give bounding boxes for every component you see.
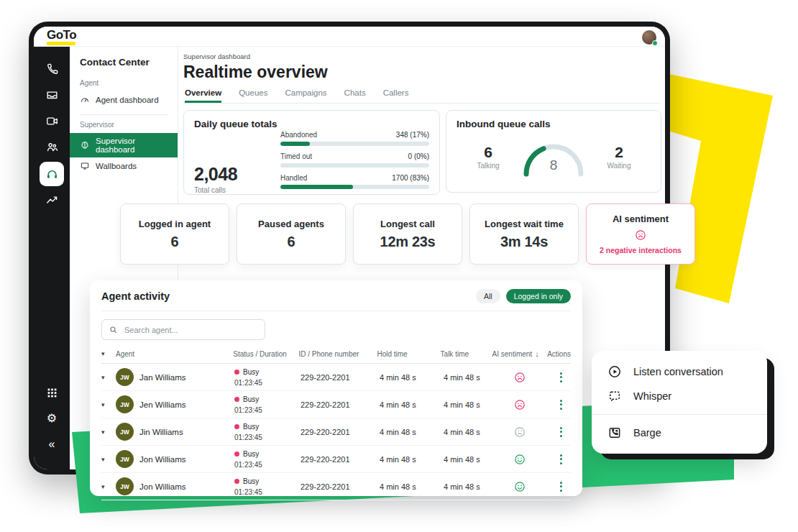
- settings-gear-icon[interactable]: ⚙: [40, 408, 64, 429]
- busy-status-dot: [234, 397, 239, 402]
- tab-overview[interactable]: Overview: [185, 88, 221, 103]
- agent-row-jin-williams-2: ▾JWJin WilliamsBusy01:23:45229-220-22014…: [101, 418, 571, 446]
- apps-grid-icon[interactable]: [40, 382, 64, 403]
- nav-item-agent-dashboard[interactable]: Agent dashboard: [70, 91, 178, 109]
- panel-title: Agent activity: [101, 290, 170, 302]
- agent-row-jon-williams-4: ▾JWJon WilliamsBusy01:23:45229-220-22014…: [101, 473, 571, 500]
- column-header-hold-time[interactable]: Hold time: [377, 350, 440, 358]
- agent-avatar: JW: [116, 450, 134, 468]
- status-duration: 01:23:45: [234, 405, 301, 416]
- stat-value: 6: [171, 234, 179, 250]
- sentiment-cell: [487, 426, 551, 439]
- call-actions-menu: Listen conversation Whisper Barge: [592, 351, 767, 454]
- video-icon[interactable]: [40, 110, 64, 132]
- stat-card-logged-in-agent: Logged in agent6: [120, 203, 229, 265]
- column-label: Agent: [116, 350, 134, 358]
- row-actions-kebab-icon[interactable]: [558, 398, 564, 412]
- search-input[interactable]: [123, 325, 258, 335]
- agent-search[interactable]: [101, 319, 265, 340]
- menu-item-whisper[interactable]: Whisper: [592, 384, 767, 408]
- row-actions-kebab-icon[interactable]: [558, 480, 564, 494]
- trend-icon[interactable]: [40, 189, 64, 211]
- row-actions-kebab-icon[interactable]: [558, 425, 564, 439]
- status-duration-cell: Busy01:23:45: [234, 421, 301, 443]
- talk-time-cell: 4 min 48 s: [444, 373, 487, 382]
- filter-pill-all[interactable]: All: [476, 289, 500, 303]
- breadcrumb: Supervisor dashboard: [183, 52, 661, 60]
- stat-card-longest-call: Longest call12m 23s: [353, 203, 462, 265]
- column-header-ai-sentiment[interactable]: AI sentiment↓: [484, 349, 547, 358]
- phone-icon[interactable]: [40, 58, 64, 80]
- row-actions-kebab-icon[interactable]: [558, 452, 564, 467]
- tab-queues[interactable]: Queues: [239, 88, 267, 103]
- column-header-talk-time[interactable]: Talk time: [441, 350, 484, 358]
- hold-time-cell: 4 min 48 s: [380, 373, 444, 382]
- stat-value: 3m 14s: [500, 234, 548, 250]
- headset-icon[interactable]: [40, 162, 64, 186]
- column-header-id-phone-number[interactable]: ID / Phone number: [298, 350, 377, 358]
- row-expand-caret[interactable]: ▾: [101, 456, 110, 463]
- total-calls-value: 2,048: [194, 164, 278, 185]
- row-expand-caret[interactable]: ▾: [101, 401, 110, 408]
- row-actions-kebab-icon[interactable]: [558, 370, 564, 385]
- hold-time-cell: 4 min 48 s: [380, 455, 444, 464]
- busy-status-dot: [234, 370, 239, 375]
- status-label: Busy: [243, 476, 259, 487]
- hold-time-cell: 4 min 48 s: [380, 482, 444, 491]
- bar-fill: [280, 142, 310, 146]
- queue-gauge: 8: [514, 134, 593, 179]
- busy-status-dot: [234, 451, 239, 457]
- menu-item-listen-conversation[interactable]: Listen conversation: [592, 359, 767, 384]
- agent-name: Jin Williams: [139, 428, 183, 436]
- stat-label: Longest wait time: [485, 219, 564, 229]
- bar-track: [280, 142, 429, 146]
- sort-descending-icon[interactable]: ↓: [535, 349, 539, 358]
- people-icon[interactable]: [40, 136, 64, 157]
- sentiment-negative-icon: [634, 229, 647, 242]
- bar-track: [280, 163, 429, 168]
- filter-pill-logged-in-only[interactable]: Logged in only: [506, 289, 571, 303]
- hold-time-cell: 4 min 48 s: [380, 400, 444, 409]
- filter-pills: AllLogged in only: [476, 289, 571, 303]
- nav-item-wallboards[interactable]: Wallboards: [70, 157, 178, 175]
- collapse-icon[interactable]: «: [40, 434, 64, 455]
- column-header-agent[interactable]: ▾Agent: [101, 350, 233, 358]
- row-expand-caret[interactable]: ▾: [101, 483, 110, 490]
- sentiment-cell: [487, 453, 551, 466]
- queue-bar-timed-out: Timed out0 (0%): [280, 152, 429, 168]
- tab-campaigns[interactable]: Campaigns: [285, 88, 326, 103]
- inbox-icon[interactable]: [40, 84, 64, 106]
- agent-row-jan-williams-0: ▾JWJan WilliamsBusy01:23:45229-220-22014…: [101, 364, 571, 391]
- nav-item-supervisor-dashboard[interactable]: Supervisor dashboard: [70, 133, 178, 157]
- menu-item-barge[interactable]: Barge: [592, 421, 767, 445]
- row-expand-caret[interactable]: ▾: [101, 374, 110, 381]
- hold-time-cell: 4 min 48 s: [380, 428, 444, 436]
- goto-logo-text: GoTo: [47, 29, 76, 41]
- status-duration-cell: Busy01:23:45: [234, 394, 301, 416]
- sentiment-positive-icon: [513, 453, 526, 466]
- agent-name: Jon Williams: [139, 455, 186, 464]
- expand-all-caret[interactable]: ▾: [101, 350, 110, 357]
- agent-avatar: JW: [116, 477, 134, 495]
- gauge-icon: [80, 95, 90, 105]
- column-header-actions[interactable]: Actions: [547, 350, 571, 358]
- row-expand-caret[interactable]: ▾: [101, 428, 110, 436]
- stat-card-longest-wait-time: Longest wait time3m 14s: [469, 203, 579, 265]
- stat-cards-row: Logged in agent6Paused agents6Longest ca…: [120, 203, 695, 265]
- nav-section-supervisor: Supervisor: [70, 121, 178, 129]
- phone-number-cell: 229-220-2201: [301, 373, 380, 382]
- brain-icon: [80, 140, 90, 150]
- agent-avatar: JW: [116, 368, 134, 386]
- tab-chats[interactable]: Chats: [344, 88, 366, 103]
- column-header-status-duration[interactable]: Status / Duration: [233, 350, 298, 358]
- sentiment-cell: [487, 398, 551, 411]
- status-duration: 01:23:45: [234, 377, 301, 388]
- user-avatar[interactable]: [642, 30, 656, 45]
- stat-label: Logged in agent: [139, 219, 211, 229]
- phone-number-cell: 229-220-2201: [301, 482, 380, 491]
- status-duration: 01:23:45: [234, 487, 301, 497]
- stat-label: AI sentiment: [613, 214, 669, 224]
- play-circle-icon: [607, 364, 622, 379]
- tab-callers[interactable]: Callers: [383, 88, 409, 103]
- status-label: Busy: [243, 449, 259, 459]
